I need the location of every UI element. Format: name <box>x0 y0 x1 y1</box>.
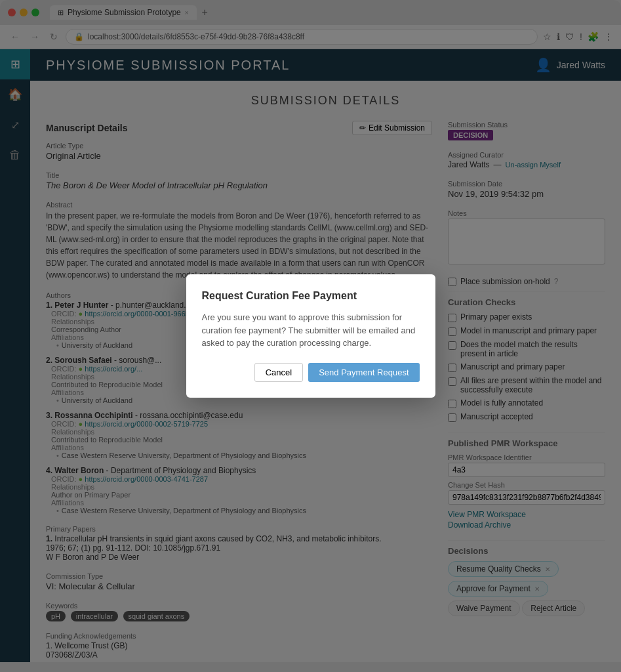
cancel-button[interactable]: Cancel <box>254 363 303 382</box>
modal-dialog: Request Curation Fee Payment Are you sur… <box>186 274 435 398</box>
modal-actions: Cancel Send Payment Request <box>202 363 420 382</box>
modal-overlay: Request Curation Fee Payment Are you sur… <box>0 0 621 662</box>
modal-title: Request Curation Fee Payment <box>202 290 420 302</box>
modal-body: Are you sure you want to approve this su… <box>202 311 420 350</box>
send-payment-request-button[interactable]: Send Payment Request <box>308 363 419 382</box>
